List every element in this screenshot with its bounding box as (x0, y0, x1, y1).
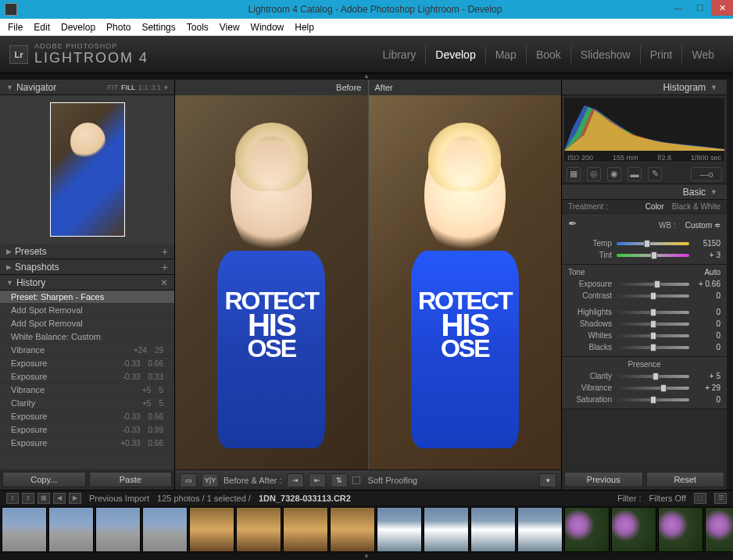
history-item[interactable]: Exposure+0.330.66 (0, 437, 174, 450)
module-book[interactable]: Book (526, 45, 570, 64)
history-item[interactable]: Exposure-0.330.66 (0, 410, 174, 423)
history-item[interactable]: Add Spot Removal (0, 317, 174, 330)
slider-tint[interactable]: Tint+ 3 (562, 249, 727, 261)
add-preset-icon[interactable]: + (162, 245, 168, 258)
soft-proofing-checkbox[interactable] (352, 476, 360, 484)
navigator-header[interactable]: ▼ Navigator FIT FILL 1:1 3:1 ▾ (0, 80, 174, 95)
maximize-button[interactable]: ☐ (689, 0, 711, 16)
swap-right-icon[interactable]: ⇥ (287, 473, 304, 487)
second-window-icon[interactable]: 2 (22, 493, 34, 504)
paste-button[interactable]: Paste (89, 472, 173, 487)
redeye-tool-icon[interactable]: ◉ (607, 167, 621, 181)
filmstrip-thumb[interactable] (189, 507, 234, 552)
main-window-icon[interactable]: 1 (6, 493, 19, 504)
reset-button[interactable]: Reset (646, 472, 725, 487)
menu-help[interactable]: Help (290, 20, 319, 34)
history-item[interactable]: Vibrance+2429 (0, 344, 174, 357)
module-map[interactable]: Map (485, 45, 526, 64)
menu-photo[interactable]: Photo (102, 20, 135, 34)
snapshots-header[interactable]: ▶ Snapshots + (0, 259, 174, 275)
history-item[interactable]: Exposure-0.330.33 (0, 370, 174, 383)
basic-header[interactable]: Basic ▼ (562, 184, 727, 200)
nav-1to1[interactable]: 1:1 (138, 84, 148, 91)
slider-shadows[interactable]: Shadows0 (562, 318, 727, 330)
menu-window[interactable]: Window (246, 20, 289, 34)
menu-develop[interactable]: Develop (56, 20, 100, 34)
filter-lock-icon[interactable]: ⬚ (694, 493, 706, 504)
filter-dropdown[interactable]: Filters Off (649, 494, 686, 503)
history-item[interactable]: Vibrance+55 (0, 383, 174, 397)
forward-icon[interactable]: ▶ (69, 493, 81, 504)
auto-tone-button[interactable]: Auto (704, 268, 720, 276)
filmstrip-thumb[interactable] (470, 507, 516, 552)
filmstrip-thumb[interactable] (48, 507, 94, 552)
back-icon[interactable]: ◀ (53, 493, 66, 504)
slider-temp[interactable]: Temp5150 (562, 237, 727, 249)
filmstrip-thumb[interactable] (517, 507, 563, 552)
filmstrip-thumb[interactable] (95, 507, 141, 552)
slider-exposure[interactable]: Exposure+ 0.66 (562, 278, 727, 290)
nav-3to1[interactable]: 3:1 (151, 84, 161, 91)
menu-edit[interactable]: Edit (29, 20, 55, 34)
filmstrip-thumb[interactable] (611, 507, 656, 552)
history-item[interactable]: Exposure-0.330.99 (0, 423, 174, 437)
slider-highlights[interactable]: Highlights0 (562, 306, 727, 318)
filmstrip-thumb[interactable] (377, 507, 422, 552)
crop-tool-icon[interactable]: ▦ (567, 167, 581, 181)
histogram-header[interactable]: Histogram ▼ (562, 80, 727, 95)
history-header[interactable]: ▼ History ✕ (0, 275, 174, 291)
filmstrip-thumb[interactable] (330, 507, 375, 552)
slider-whites[interactable]: Whites0 (562, 330, 727, 341)
tool-toggle-icon[interactable]: —o (691, 167, 722, 181)
grid-icon[interactable]: ▦ (38, 493, 50, 504)
nav-fit[interactable]: FIT (107, 84, 118, 91)
module-library[interactable]: Library (374, 45, 426, 64)
history-item[interactable]: Preset: Sharpen - Faces (0, 291, 174, 304)
spot-tool-icon[interactable]: ◎ (587, 167, 601, 181)
collapse-top-icon[interactable]: ▲ (0, 73, 733, 80)
slider-contrast[interactable]: Contrast0 (562, 290, 727, 301)
brush-tool-icon[interactable]: ✎ (648, 167, 662, 181)
filmstrip-thumb[interactable] (564, 507, 610, 552)
eyedropper-icon[interactable]: ✒ (568, 217, 584, 233)
nav-zoom-dropdown-icon[interactable]: ▾ (164, 84, 168, 91)
filmstrip-thumb[interactable] (658, 507, 703, 552)
navigator-preview[interactable] (0, 95, 174, 244)
filmstrip-thumb[interactable] (283, 507, 328, 552)
copy-button[interactable]: Copy... (2, 472, 86, 487)
minimize-button[interactable]: — (667, 0, 689, 16)
slider-clarity[interactable]: Clarity+ 5 (562, 370, 727, 382)
nav-fill[interactable]: FILL (121, 84, 135, 91)
menu-tools[interactable]: Tools (182, 20, 213, 34)
menu-settings[interactable]: Settings (137, 20, 180, 34)
histogram[interactable]: ISO 200 155 mm f/2.8 1/800 sec (563, 97, 725, 162)
menu-file[interactable]: File (3, 20, 27, 34)
before-after-view-icon[interactable]: Y|Y (202, 473, 219, 487)
history-item[interactable]: White Balance: Custom (0, 330, 174, 344)
previous-button[interactable]: Previous (564, 472, 643, 487)
filter-switch-icon[interactable]: ☰ (714, 493, 727, 504)
slider-blacks[interactable]: Blacks0 (562, 341, 727, 353)
gradient-tool-icon[interactable]: ▬ (628, 167, 642, 181)
module-print[interactable]: Print (640, 45, 682, 64)
collapse-bottom-icon[interactable]: ▼ (0, 554, 733, 560)
filmstrip[interactable] (0, 505, 733, 554)
treatment-color[interactable]: Color (645, 202, 664, 211)
loupe-view-icon[interactable]: ▭ (180, 473, 197, 487)
filmstrip-thumb[interactable] (705, 507, 733, 552)
close-button[interactable]: ✕ (711, 0, 733, 16)
treatment-bw[interactable]: Black & White (672, 202, 720, 211)
history-item[interactable]: Exposure-0.330.66 (0, 357, 174, 370)
swap-both-icon[interactable]: ⇅ (331, 473, 348, 487)
swap-left-icon[interactable]: ⇤ (309, 473, 326, 487)
image-view[interactable]: ROTECTHISOSE ROTECTHISOSE (175, 95, 561, 469)
menu-view[interactable]: View (215, 20, 245, 34)
source-label[interactable]: Previous Import (89, 494, 149, 503)
filmstrip-thumb[interactable] (236, 507, 281, 552)
module-web[interactable]: Web (681, 45, 724, 64)
slider-saturation[interactable]: Saturation0 (562, 394, 727, 405)
toolbar-menu-icon[interactable]: ▾ (539, 473, 556, 487)
module-slideshow[interactable]: Slideshow (570, 45, 640, 64)
right-scrollbar[interactable] (727, 80, 733, 490)
history-item[interactable]: Add Spot Removal (0, 304, 174, 317)
